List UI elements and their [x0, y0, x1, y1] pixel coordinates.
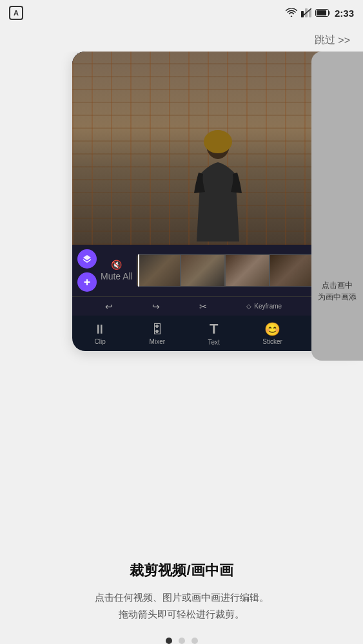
skip-label: 跳过: [315, 33, 335, 47]
description-section: 裁剪视频/画中画 点击任何视频、图片或画中画进行编辑。拖动箭头即可轻松进行裁剪。: [0, 561, 363, 622]
mute-label: Mute All: [101, 271, 133, 281]
nav-text[interactable]: T Text: [208, 321, 219, 346]
card-wrapper: 00:00/00:09 ⏸ ⛶ 00:00 • 00:01 • 00:02 •: [0, 52, 363, 543]
status-time: 2:33: [335, 8, 354, 19]
keyframe-label: Keyframe: [254, 303, 282, 310]
nav-mixer[interactable]: 🎛 Mixer: [150, 322, 165, 345]
mixer-label: Mixer: [150, 338, 165, 345]
film-frame-4: [270, 254, 314, 287]
mute-icon: 🔇: [111, 260, 122, 270]
dot-2[interactable]: [179, 638, 185, 644]
sticker-icon: 😊: [264, 321, 280, 337]
film-frame-3: [225, 254, 270, 287]
film-frame-1: [137, 254, 181, 287]
status-right: 2:33: [286, 8, 354, 19]
nav-clip[interactable]: ⏸ Clip: [93, 322, 106, 345]
layer-button[interactable]: [77, 249, 97, 269]
clip-label: Clip: [95, 338, 106, 345]
keyframe-button[interactable]: ◇ Keyframe: [246, 303, 282, 310]
add-track-button[interactable]: +: [77, 272, 97, 292]
svg-point-7: [204, 130, 232, 153]
film-frame-2: [181, 254, 225, 287]
skip-chevron-icon: >>: [338, 35, 350, 46]
skip-button[interactable]: 跳过 >>: [315, 33, 350, 47]
keyframe-icon: ◇: [246, 303, 251, 310]
clip-icon: ⏸: [93, 322, 106, 337]
wifi-icon: [286, 8, 297, 17]
redo-button[interactable]: ↪: [152, 301, 160, 312]
mute-all-button[interactable]: 🔇 Mute All: [101, 260, 133, 281]
undo-button[interactable]: ↩: [105, 301, 113, 312]
desc-body: 点击任何视频、图片或画中画进行编辑。拖动箭头即可轻松进行裁剪。: [26, 589, 337, 622]
right-card-text: 点击画中 为画中画添: [318, 279, 357, 303]
playhead[interactable]: [138, 254, 139, 287]
dot-1[interactable]: [166, 638, 172, 644]
pagination: [166, 638, 198, 644]
person-silhouette: [189, 129, 247, 245]
nav-sticker[interactable]: 😊 Sticker: [262, 321, 282, 345]
status-bar: A 2:33: [0, 0, 363, 26]
mixer-icon: 🎛: [151, 322, 164, 337]
right-card-line1: 点击画中: [318, 279, 357, 291]
text-label: Text: [208, 339, 219, 346]
signal-icon: [301, 8, 311, 17]
timeline-left-controls: +: [77, 249, 97, 292]
text-nav-icon: T: [210, 321, 218, 337]
main-content: 00:00/00:09 ⏸ ⛶ 00:00 • 00:01 • 00:02 •: [0, 52, 363, 644]
right-card-line2: 为画中画添: [318, 291, 357, 303]
desc-title: 裁剪视频/画中画: [26, 561, 337, 580]
status-left: A: [9, 6, 23, 20]
sticker-label: Sticker: [262, 338, 282, 345]
svg-rect-5: [317, 10, 326, 15]
right-card-partial: 点击画中 为画中画添: [311, 52, 363, 361]
battery-icon: [315, 9, 331, 17]
accessibility-icon: A: [9, 6, 23, 20]
dot-3[interactable]: [191, 638, 198, 644]
scissors-button[interactable]: ✂: [199, 301, 207, 312]
